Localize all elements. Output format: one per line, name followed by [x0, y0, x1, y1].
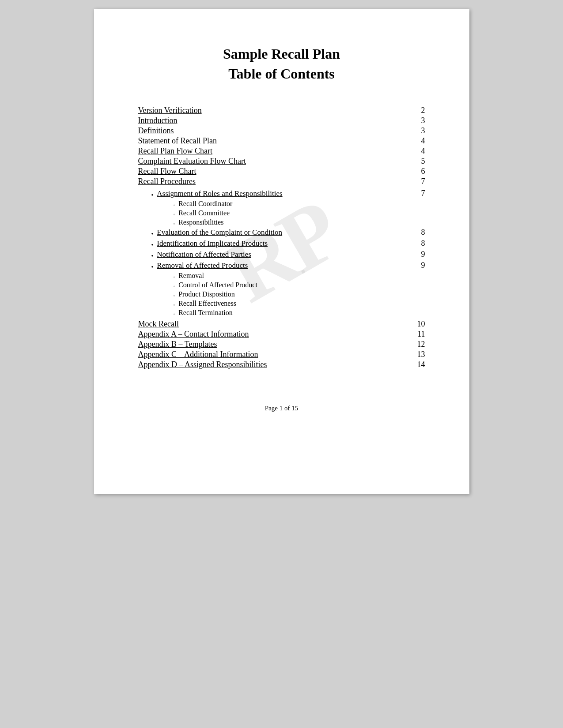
toc-text-control: Control of Affected Product — [178, 281, 257, 289]
circle-icon-committee: ○ — [174, 213, 175, 216]
toc-link-statement[interactable]: Statement of Recall Plan — [138, 136, 217, 146]
toc-row-notification: Notification of Affected Parties 9 — [157, 250, 425, 259]
toc-page-recall-procedures: 7 — [412, 177, 425, 186]
toc-link-appendix-c[interactable]: Appendix C – Additional Information — [138, 350, 258, 359]
toc-row-version-verification: Version Verification 2 — [138, 106, 425, 115]
toc-bullet-removal: ● Removal of Affected Products 9 — [138, 261, 425, 270]
bullet-icon-identification: ● — [151, 243, 154, 247]
toc-link-evaluation[interactable]: Evaluation of the Complaint or Condition — [157, 228, 282, 237]
toc-text-committee: Recall Committee — [178, 209, 230, 217]
toc-circle-disposition: ○ Product Disposition — [138, 290, 425, 298]
toc-link-complaint-flowchart[interactable]: Complaint Evaluation Flow Chart — [138, 157, 246, 166]
toc-text-removal-sub: Removal — [178, 272, 204, 280]
toc-circle-responsibilities: ○ Responsibilities — [138, 218, 425, 226]
toc-link-mock-recall[interactable]: Mock Recall — [138, 319, 179, 329]
toc-page-appendix-c: 13 — [412, 350, 425, 359]
toc-row-recall-procedures: Recall Procedures 7 — [138, 177, 425, 186]
toc-link-identification[interactable]: Identification of Implicated Products — [157, 239, 268, 248]
table-of-contents: Version Verification 2 Introduction 3 De… — [138, 106, 425, 369]
toc-row-roles: Assignment of Roles and Responsibilities… — [157, 189, 425, 198]
bullet-icon-roles: ● — [151, 193, 154, 197]
toc-page-identification: 8 — [412, 239, 425, 248]
toc-text-effectiveness: Recall Effectiveness — [178, 300, 236, 308]
title-line2: Table of Contents — [138, 64, 425, 84]
toc-circle-control: ○ Control of Affected Product — [138, 281, 425, 289]
toc-page-recall-flowchart: 6 — [412, 167, 425, 176]
toc-text-disposition: Product Disposition — [178, 290, 235, 298]
circle-icon-disposition: ○ — [174, 294, 175, 297]
toc-page-complaint-flowchart: 5 — [412, 157, 425, 166]
bullet-icon-evaluation: ● — [151, 232, 154, 236]
toc-page-notification: 9 — [412, 250, 425, 259]
toc-row-complaint-flowchart: Complaint Evaluation Flow Chart 5 — [138, 157, 425, 166]
toc-link-recall-procedures[interactable]: Recall Procedures — [138, 177, 196, 186]
toc-bullet-roles: ● Assignment of Roles and Responsibiliti… — [138, 189, 425, 198]
toc-circle-removal-sub: ○ Removal — [138, 272, 425, 280]
toc-circle-coordinator: ○ Recall Coordinator — [138, 200, 425, 208]
circle-icon-removal-sub: ○ — [174, 276, 175, 278]
circle-icon-responsibilities: ○ — [174, 222, 175, 225]
toc-page-evaluation: 8 — [412, 228, 425, 237]
toc-row-mock-recall: Mock Recall 10 — [138, 319, 425, 329]
toc-circle-effectiveness: ○ Recall Effectiveness — [138, 300, 425, 308]
toc-bullet-identification: ● Identification of Implicated Products … — [138, 239, 425, 248]
toc-link-recall-flowchart[interactable]: Recall Flow Chart — [138, 167, 196, 176]
toc-link-removal[interactable]: Removal of Affected Products — [157, 261, 248, 270]
toc-link-introduction[interactable]: Introduction — [138, 116, 178, 125]
circle-icon-control: ○ — [174, 285, 175, 288]
toc-page-statement: 4 — [412, 136, 425, 146]
toc-text-termination: Recall Termination — [178, 309, 233, 317]
circle-icon-effectiveness: ○ — [174, 304, 175, 306]
toc-text-coordinator: Recall Coordinator — [178, 200, 232, 208]
page-title: Sample Recall Plan Table of Contents — [138, 44, 425, 84]
toc-row-evaluation: Evaluation of the Complaint or Condition… — [157, 228, 425, 237]
toc-text-responsibilities: Responsibilities — [178, 218, 223, 226]
toc-circle-termination: ○ Recall Termination — [138, 309, 425, 317]
toc-row-statement: Statement of Recall Plan 4 — [138, 136, 425, 146]
toc-page-appendix-d: 14 — [412, 360, 425, 369]
toc-link-notification[interactable]: Notification of Affected Parties — [157, 250, 251, 259]
toc-circle-committee: ○ Recall Committee — [138, 209, 425, 217]
toc-page-definitions: 3 — [412, 126, 425, 135]
toc-row-recall-flowchart: Recall Flow Chart 6 — [138, 167, 425, 176]
toc-bullet-notification: ● Notification of Affected Parties 9 — [138, 250, 425, 259]
toc-row-recall-plan-flowchart: Recall Plan Flow Chart 4 — [138, 146, 425, 156]
toc-row-appendix-c: Appendix C – Additional Information 13 — [138, 350, 425, 359]
toc-link-roles[interactable]: Assignment of Roles and Responsibilities — [157, 189, 282, 198]
toc-page-mock-recall: 10 — [412, 319, 425, 329]
toc-link-recall-plan-flowchart[interactable]: Recall Plan Flow Chart — [138, 146, 212, 156]
circle-icon-termination: ○ — [174, 313, 175, 315]
toc-page-introduction: 3 — [412, 116, 425, 125]
toc-row-appendix-a: Appendix A – Contact Information 11 — [138, 330, 425, 339]
toc-link-appendix-a[interactable]: Appendix A – Contact Information — [138, 330, 249, 339]
toc-page-appendix-b: 12 — [412, 340, 425, 349]
toc-page-appendix-a: 11 — [412, 330, 425, 339]
toc-page-roles: 7 — [412, 189, 425, 198]
toc-row-removal: Removal of Affected Products 9 — [157, 261, 425, 270]
page: RP Sample Recall Plan Table of Contents … — [94, 9, 469, 494]
toc-link-version-verification[interactable]: Version Verification — [138, 106, 202, 115]
toc-page-version-verification: 2 — [412, 106, 425, 115]
toc-link-appendix-d[interactable]: Appendix D – Assigned Responsibilities — [138, 360, 267, 369]
toc-row-introduction: Introduction 3 — [138, 116, 425, 125]
toc-row-identification: Identification of Implicated Products 8 — [157, 239, 425, 248]
circle-icon-coordinator: ○ — [174, 204, 175, 206]
toc-page-removal: 9 — [412, 261, 425, 270]
toc-page-recall-plan-flowchart: 4 — [412, 146, 425, 156]
toc-row-definitions: Definitions 3 — [138, 126, 425, 135]
toc-bullet-evaluation: ● Evaluation of the Complaint or Conditi… — [138, 228, 425, 237]
page-footer: Page 1 of 15 — [138, 405, 425, 412]
toc-link-appendix-b[interactable]: Appendix B – Templates — [138, 340, 217, 349]
bullet-icon-removal: ● — [151, 265, 154, 269]
toc-row-appendix-d: Appendix D – Assigned Responsibilities 1… — [138, 360, 425, 369]
bullet-icon-notification: ● — [151, 254, 154, 258]
toc-link-definitions[interactable]: Definitions — [138, 126, 174, 135]
title-line1: Sample Recall Plan — [138, 44, 425, 64]
toc-row-appendix-b: Appendix B – Templates 12 — [138, 340, 425, 349]
